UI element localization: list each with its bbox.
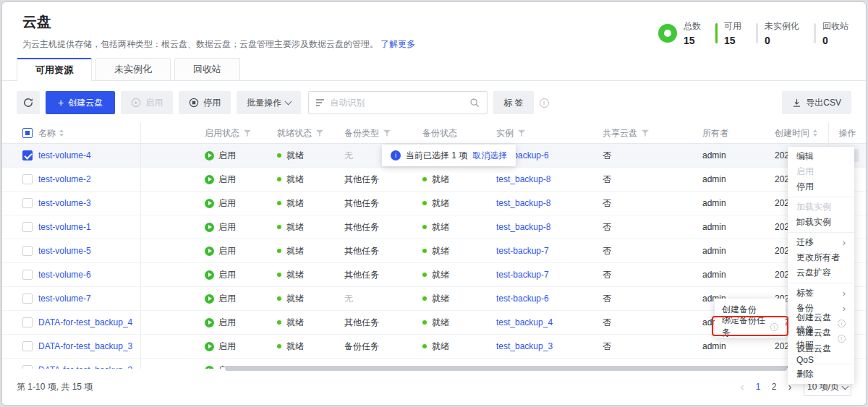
row-checkbox[interactable] (22, 150, 33, 160)
submenu-item-1[interactable]: 绑定备份任务i (715, 318, 786, 335)
menu-item-7[interactable]: 云盘扩容 (788, 265, 854, 280)
page-title: 云盘 (22, 12, 415, 32)
row-checkbox[interactable] (22, 246, 33, 256)
volume-name-link[interactable]: DATA-for-test_backup_3 (38, 341, 132, 351)
backup-type-text: 其他任务 (344, 317, 379, 329)
menu-item-label: 设置云盘QoS (796, 343, 846, 365)
volume-name-link[interactable]: test-volume-2 (38, 174, 91, 184)
ready-state-text: 就绪 (286, 317, 304, 329)
backup-state-text: 就绪 (432, 173, 449, 186)
backup-status-dot-icon (422, 320, 427, 325)
volume-name-link[interactable]: test-volume-6 (38, 270, 91, 280)
filter-icon[interactable] (244, 129, 251, 137)
row-instance-cell: test_backup_4 (496, 311, 603, 334)
column-header-label: 备份类型 (344, 127, 379, 140)
row-select-cell (2, 239, 34, 262)
row-backup-state-cell: 就绪 (422, 263, 496, 286)
prev-page-icon (736, 378, 749, 395)
toolbar: 创建云盘 启用 停用 批量操作 标 签 i 导出CSV (2, 81, 866, 114)
row-instance-cell: test_backup_3 (496, 335, 603, 358)
enable-state-text: 启用 (218, 173, 236, 186)
volume-name-link[interactable]: test-volume-4 (38, 150, 91, 160)
filter-icon[interactable] (383, 129, 391, 137)
menu-item-8[interactable]: 标签› (788, 286, 854, 301)
selection-count-text: 当前已选择 1 项 (406, 150, 467, 162)
instance-link[interactable]: test_backup_3 (496, 341, 553, 351)
learn-more-link[interactable]: 了解更多 (380, 39, 415, 49)
menu-item-4[interactable]: 卸载实例 (788, 215, 854, 230)
instance-link[interactable]: test-backup-7 (496, 246, 549, 256)
row-checkbox[interactable] (22, 270, 33, 280)
cancel-selection-link[interactable]: 取消选择 (472, 150, 507, 162)
tab-available-resources[interactable]: 可用资源 (17, 58, 92, 81)
filter-icon[interactable] (642, 129, 649, 137)
tab-recycle-bin[interactable]: 回收站 (174, 58, 240, 80)
instance-link[interactable]: test-backup-7 (496, 270, 549, 280)
create-volume-button[interactable]: 创建云盘 (46, 91, 115, 114)
row-checkbox[interactable] (22, 222, 33, 232)
row-enable-cell: 启用 (141, 239, 277, 262)
filter-icon[interactable] (518, 129, 525, 137)
search-icon[interactable] (469, 98, 480, 108)
batch-actions-button[interactable]: 批量操作 (237, 91, 301, 114)
sort-up-icon (813, 129, 817, 132)
enabled-status-icon (205, 294, 214, 304)
row-checkbox[interactable] (22, 174, 33, 184)
row-select-cell (2, 287, 34, 310)
enable-state-text: 启用 (218, 317, 236, 329)
select-all-checkbox[interactable] (22, 128, 33, 138)
sort-icon[interactable] (813, 129, 817, 137)
menu-item-5[interactable]: 迁移› (788, 235, 854, 250)
tag-label: 标 签 (503, 97, 523, 109)
instance-link[interactable]: test_backup-8 (496, 222, 550, 232)
volume-name-link[interactable]: test-volume-3 (38, 198, 91, 208)
refresh-button[interactable] (17, 91, 40, 114)
batch-actions-label: 批量操作 (247, 97, 281, 109)
stats: 总数15可用15未实例化0回收站0 (658, 12, 848, 51)
row-ready-cell: 就绪 (277, 239, 344, 262)
stat-value: 0 (765, 35, 799, 46)
filter-icon[interactable] (316, 129, 323, 137)
volume-name-link[interactable]: test-volume-1 (38, 222, 91, 232)
tag-button[interactable]: 标 签 (493, 91, 533, 114)
page-number-1[interactable]: 1 (752, 378, 765, 395)
tab-not-instantiated[interactable]: 未实例化 (95, 58, 171, 80)
column-header-label: 所有者 (702, 127, 728, 140)
instance-link[interactable]: test_backup_4 (496, 317, 553, 327)
column-header-label: 备份状态 (422, 127, 457, 140)
menu-item-1: 启用 (788, 164, 854, 179)
row-checkbox[interactable] (22, 341, 33, 351)
horizontal-scrollbar[interactable] (225, 366, 787, 371)
search-input[interactable] (330, 98, 464, 108)
row-enable-cell: 启用 (141, 287, 277, 310)
instance-link[interactable]: test_backup-8 (496, 198, 550, 208)
disable-button[interactable]: 停用 (179, 91, 231, 114)
instance-link[interactable]: test-backup-6 (496, 294, 549, 304)
menu-item-0[interactable]: 编辑 (788, 149, 854, 164)
instance-link[interactable]: test_backup-8 (496, 174, 550, 184)
row-checkbox[interactable] (22, 317, 33, 327)
export-csv-label: 导出CSV (806, 97, 841, 109)
enable-state-text: 启用 (218, 340, 236, 353)
menu-item-6[interactable]: 更改所有者 (788, 250, 854, 265)
row-checkbox[interactable] (22, 198, 33, 208)
row-shared-cell: 否 (603, 239, 702, 262)
menu-item-13[interactable]: 删除 (788, 367, 854, 382)
menu-item-2[interactable]: 停用 (788, 179, 854, 194)
column-header-actions: 操作 (828, 123, 866, 143)
volume-name-link[interactable]: test-volume-7 (38, 294, 91, 304)
page-number-2[interactable]: 2 (767, 378, 780, 395)
info-icon[interactable]: i (540, 98, 549, 108)
ready-status-dot-icon (277, 153, 281, 158)
enable-state-text: 启用 (218, 269, 236, 281)
column-header-label: 名称 (38, 127, 56, 140)
backup-type-text: 备份任务 (344, 340, 379, 353)
export-csv-button[interactable]: 导出CSV (782, 91, 851, 114)
sort-icon[interactable] (59, 129, 64, 137)
row-name-cell: DATA-for-test_backup_4 (34, 311, 141, 334)
row-checkbox[interactable] (22, 294, 33, 304)
row-owner-cell: admin (702, 215, 775, 239)
volume-name-link[interactable]: test-volume-5 (38, 246, 91, 256)
volume-name-link[interactable]: DATA-for-test_backup_4 (38, 317, 132, 327)
menu-item-12[interactable]: 设置云盘QoS (788, 346, 854, 361)
